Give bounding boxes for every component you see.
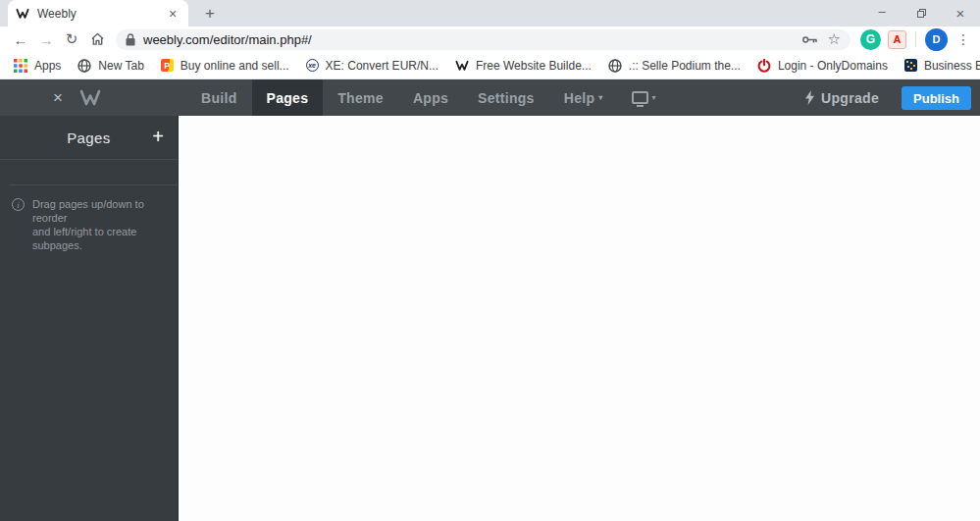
window-controls: – × <box>862 0 980 26</box>
pages-list[interactable] <box>0 160 178 184</box>
minimize-button[interactable]: – <box>862 0 902 26</box>
bookmark-apps[interactable]: Apps <box>14 59 61 73</box>
device-preview-button[interactable]: ▾ <box>618 79 670 116</box>
editor-close-button[interactable]: × <box>53 79 63 116</box>
refresh-button[interactable]: ↻ <box>59 28 84 50</box>
bookmark-onlydomains[interactable]: Login - OnlyDomains <box>757 59 888 73</box>
chevron-down-icon: ▾ <box>652 93 656 102</box>
editor-toolbar: × Build Pages Theme Apps Settings Help ▾… <box>0 79 980 116</box>
tab-strip: Weebly × + – × <box>0 0 980 26</box>
address-bar[interactable]: weebly.com/editor/main.php#/ ☆ <box>116 29 851 50</box>
weebly-icon <box>455 60 469 72</box>
pages-sidebar: Pages + i Drag pages up/down to reorder … <box>0 116 179 521</box>
upgrade-label: Upgrade <box>821 90 879 106</box>
lock-icon <box>126 33 135 46</box>
weebly-favicon <box>16 8 29 20</box>
bank-icon <box>904 59 917 72</box>
bookmark-star-icon[interactable]: ☆ <box>828 30 841 48</box>
bookmark-new-tab[interactable]: New Tab <box>77 59 143 73</box>
xe-currency-icon: xe <box>306 59 319 72</box>
home-icon <box>90 32 105 46</box>
drag-hint-line2: and left/right to create subpages. <box>32 226 136 251</box>
new-tab-button[interactable]: + <box>198 3 222 26</box>
window-close-icon: × <box>956 5 965 22</box>
nav-build[interactable]: Build <box>186 79 252 116</box>
publish-button[interactable]: Publish <box>902 86 971 110</box>
bookmark-business-banking[interactable]: Business Banking -... <box>904 59 980 73</box>
weebly-logo <box>78 88 102 107</box>
bookmark-buy-online[interactable]: P Buy online and sell... <box>161 59 289 73</box>
info-icon: i <box>12 198 25 211</box>
minimize-icon: – <box>878 4 885 19</box>
add-page-button[interactable]: + <box>152 126 164 147</box>
nav-theme[interactable]: Theme <box>323 79 398 116</box>
tab-title: Weebly <box>37 7 165 21</box>
browser-tab[interactable]: Weebly × <box>8 0 188 26</box>
bookmark-xe-convert[interactable]: xe XE: Convert EUR/N... <box>306 59 438 73</box>
nav-pages[interactable]: Pages <box>252 79 324 116</box>
sidebar-title: Pages <box>67 130 111 146</box>
lightning-icon <box>804 90 815 105</box>
forward-button[interactable]: → <box>33 28 59 50</box>
restore-button[interactable] <box>902 0 941 26</box>
power-icon <box>757 59 771 73</box>
nav-help-label: Help <box>564 90 595 106</box>
tab-close-icon[interactable]: × <box>165 6 181 22</box>
bookmark-selle-podium[interactable]: .:: Selle Podium the... <box>608 59 741 73</box>
globe-icon <box>77 59 91 73</box>
nav-apps[interactable]: Apps <box>398 79 463 116</box>
paypal-icon: P <box>161 59 174 72</box>
bookmarks-bar: Apps New Tab P Buy online and sell... xe… <box>0 52 980 79</box>
drag-hint: i Drag pages up/down to reorder and left… <box>0 185 178 252</box>
monitor-icon <box>632 91 648 104</box>
upgrade-button[interactable]: Upgrade <box>804 79 879 116</box>
restore-icon <box>917 9 926 18</box>
toolbar-separator <box>915 31 916 47</box>
nav-settings[interactable]: Settings <box>463 79 549 116</box>
browser-toolbar: ← → ↻ weebly.com/editor/main.php#/ ☆ G A… <box>0 26 980 52</box>
globe-icon <box>608 59 622 73</box>
bookmark-free-website-builder[interactable]: Free Website Builde... <box>455 59 592 73</box>
drag-hint-text: Drag pages up/down to reorder and left/r… <box>32 197 168 252</box>
adobe-acrobat-extension-icon[interactable]: A <box>888 30 906 49</box>
profile-avatar[interactable]: D <box>925 28 948 51</box>
sidebar-header: Pages + <box>0 116 178 159</box>
password-key-icon[interactable] <box>802 35 818 44</box>
back-button[interactable]: ← <box>8 28 33 50</box>
window-close-button[interactable]: × <box>941 0 980 26</box>
grammarly-extension-icon[interactable]: G <box>860 29 881 50</box>
drag-hint-line1: Drag pages up/down to reorder <box>32 198 144 224</box>
editor-canvas[interactable] <box>180 116 980 521</box>
nav-help[interactable]: Help ▾ <box>549 79 618 116</box>
chrome-menu-icon[interactable]: ⋮ <box>954 31 972 47</box>
editor-nav: Build Pages Theme Apps Settings Help ▾ ▾ <box>186 79 670 116</box>
home-button[interactable] <box>84 28 110 50</box>
apps-grid-icon <box>14 59 27 73</box>
extensions-area: G A D ⋮ <box>860 28 972 51</box>
url-text[interactable]: weebly.com/editor/main.php#/ <box>143 32 802 47</box>
chevron-down-icon: ▾ <box>598 93 602 102</box>
